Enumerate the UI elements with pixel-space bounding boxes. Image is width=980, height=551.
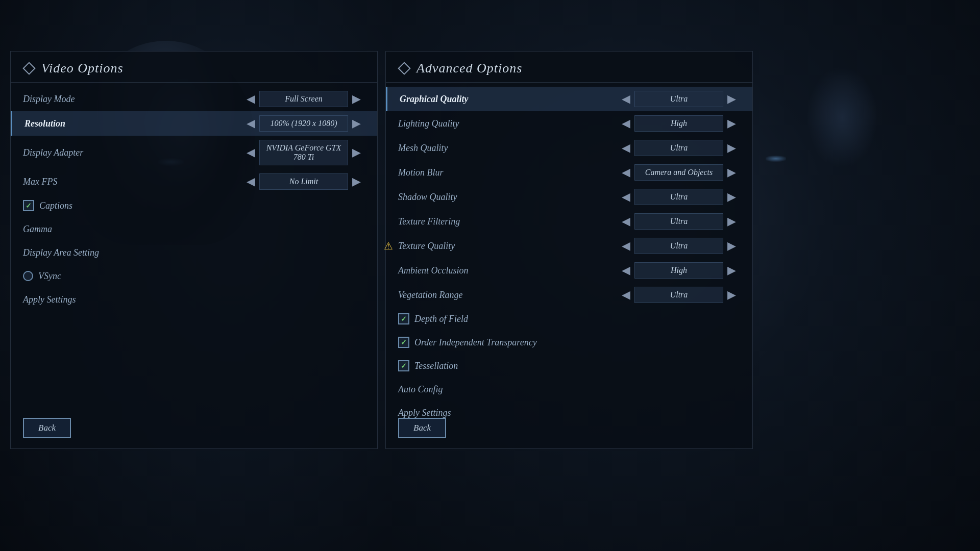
setting-row-display-adapter[interactable]: Display Adapter◀NVIDIA GeForce GTX 780 T… bbox=[11, 136, 377, 169]
setting-row-lighting-quality[interactable]: Lighting Quality◀High▶ bbox=[386, 111, 752, 136]
video-settings-list: Display Mode◀Full Screen▶Resolution◀100%… bbox=[11, 83, 377, 315]
setting-row-motion-blur[interactable]: Motion Blur◀Camera and Objects▶ bbox=[386, 160, 752, 185]
selector-value-shadow-quality: Ultra bbox=[634, 189, 723, 205]
setting-row-vegetation-range[interactable]: Vegetation Range◀Ultra▶ bbox=[386, 283, 752, 307]
setting-label-apply-right: Apply Settings bbox=[398, 408, 740, 418]
arrow-left-max-fps[interactable]: ◀ bbox=[242, 174, 259, 189]
setting-label-order-transparency: Order Independent Transparency bbox=[414, 337, 740, 348]
selector-max-fps: ◀No Limit▶ bbox=[242, 173, 365, 190]
video-options-header: Video Options bbox=[11, 52, 377, 83]
setting-label-tessellation: Tessellation bbox=[414, 361, 740, 371]
arrow-right-motion-blur[interactable]: ▶ bbox=[723, 165, 740, 180]
setting-row-vsync[interactable]: VSync bbox=[11, 264, 377, 288]
selector-value-display-mode: Full Screen bbox=[259, 91, 348, 107]
arrow-right-display-mode[interactable]: ▶ bbox=[348, 91, 365, 107]
setting-label-mesh-quality: Mesh Quality bbox=[398, 143, 618, 154]
setting-label-max-fps: Max FPS bbox=[23, 177, 242, 187]
setting-row-depth-of-field[interactable]: Depth of Field bbox=[386, 307, 752, 331]
back-button-right[interactable]: Back bbox=[398, 418, 446, 438]
arrow-right-max-fps[interactable]: ▶ bbox=[348, 174, 365, 189]
advanced-options-panel: Advanced Options Graphical Quality◀Ultra… bbox=[385, 51, 753, 449]
selector-display-mode: ◀Full Screen▶ bbox=[242, 91, 365, 107]
video-options-panel: Video Options Display Mode◀Full Screen▶R… bbox=[10, 51, 378, 449]
arrow-left-resolution[interactable]: ◀ bbox=[242, 116, 259, 131]
setting-row-order-transparency[interactable]: Order Independent Transparency bbox=[386, 331, 752, 354]
setting-label-display-mode: Display Mode bbox=[23, 94, 242, 105]
setting-label-texture-filtering: Texture Filtering bbox=[398, 216, 618, 227]
arrow-right-texture-filtering[interactable]: ▶ bbox=[723, 214, 740, 229]
setting-label-apply-left: Apply Settings bbox=[23, 294, 365, 305]
arrow-left-mesh-quality[interactable]: ◀ bbox=[618, 140, 634, 156]
checkbox-tessellation[interactable] bbox=[398, 360, 409, 371]
setting-label-lighting-quality: Lighting Quality bbox=[398, 118, 618, 129]
setting-row-display-mode[interactable]: Display Mode◀Full Screen▶ bbox=[11, 87, 377, 111]
arrow-left-motion-blur[interactable]: ◀ bbox=[618, 165, 634, 180]
setting-row-resolution[interactable]: Resolution◀100% (980 x 551)▶ bbox=[11, 111, 377, 136]
back-button-left[interactable]: Back bbox=[23, 418, 71, 438]
setting-label-ambient-occlusion: Ambient Occlusion bbox=[398, 265, 618, 276]
arrow-left-lighting-quality[interactable]: ◀ bbox=[618, 116, 634, 131]
selector-value-vegetation-range: Ultra bbox=[634, 287, 723, 303]
advanced-options-header: Advanced Options bbox=[386, 52, 752, 83]
arrow-right-shadow-quality[interactable]: ▶ bbox=[723, 189, 740, 205]
setting-row-tessellation[interactable]: Tessellation bbox=[386, 354, 752, 378]
arrow-left-display-adapter[interactable]: ◀ bbox=[242, 145, 259, 160]
setting-row-mesh-quality[interactable]: Mesh Quality◀Ultra▶ bbox=[386, 136, 752, 160]
setting-row-max-fps[interactable]: Max FPS◀No Limit▶ bbox=[11, 169, 377, 194]
arrow-right-ambient-occlusion[interactable]: ▶ bbox=[723, 263, 740, 278]
arrow-right-mesh-quality[interactable]: ▶ bbox=[723, 140, 740, 156]
checkbox-depth-of-field[interactable] bbox=[398, 313, 409, 324]
arrow-left-texture-quality[interactable]: ◀ bbox=[618, 238, 634, 254]
arrow-right-texture-quality[interactable]: ▶ bbox=[723, 238, 740, 254]
setting-label-vegetation-range: Vegetation Range bbox=[398, 290, 618, 300]
setting-label-auto-config: Auto Config bbox=[398, 384, 740, 395]
setting-row-captions[interactable]: Captions bbox=[11, 194, 377, 217]
selector-texture-filtering: ◀Ultra▶ bbox=[618, 213, 740, 230]
arrow-left-vegetation-range[interactable]: ◀ bbox=[618, 287, 634, 303]
selector-motion-blur: ◀Camera and Objects▶ bbox=[618, 164, 740, 181]
selector-mesh-quality: ◀Ultra▶ bbox=[618, 140, 740, 156]
setting-row-shadow-quality[interactable]: Shadow Quality◀Ultra▶ bbox=[386, 185, 752, 209]
arrow-right-lighting-quality[interactable]: ▶ bbox=[723, 116, 740, 131]
selector-value-mesh-quality: Ultra bbox=[634, 140, 723, 156]
selector-texture-quality: ◀Ultra▶ bbox=[618, 238, 740, 254]
setting-label-captions: Captions bbox=[39, 201, 365, 211]
radio-vsync[interactable] bbox=[23, 271, 33, 281]
setting-row-graphical-quality[interactable]: Graphical Quality◀Ultra▶ bbox=[386, 87, 752, 111]
selector-shadow-quality: ◀Ultra▶ bbox=[618, 189, 740, 205]
diamond-icon-right bbox=[398, 62, 410, 74]
selector-value-texture-quality: Ultra bbox=[634, 238, 723, 254]
selector-value-resolution: 100% (980 x 551) bbox=[259, 115, 348, 132]
setting-row-texture-quality[interactable]: Texture Quality◀Ultra▶ bbox=[386, 234, 752, 258]
diamond-icon-left bbox=[23, 62, 35, 74]
setting-row-display-area[interactable]: Display Area Setting bbox=[11, 241, 377, 264]
arrow-left-display-mode[interactable]: ◀ bbox=[242, 91, 259, 107]
advanced-settings-list: Graphical Quality◀Ultra▶Lighting Quality… bbox=[386, 83, 752, 429]
arrow-right-vegetation-range[interactable]: ▶ bbox=[723, 287, 740, 303]
setting-row-gamma[interactable]: Gamma bbox=[11, 217, 377, 241]
selector-value-texture-filtering: Ultra bbox=[634, 213, 723, 230]
checkbox-order-transparency[interactable] bbox=[398, 337, 409, 348]
arrow-left-shadow-quality[interactable]: ◀ bbox=[618, 189, 634, 205]
setting-row-auto-config[interactable]: Auto Config bbox=[386, 378, 752, 401]
arrow-right-graphical-quality[interactable]: ▶ bbox=[723, 91, 740, 107]
selector-ambient-occlusion: ◀High▶ bbox=[618, 262, 740, 279]
selector-display-adapter: ◀NVIDIA GeForce GTX 780 Ti▶ bbox=[242, 140, 365, 165]
arrow-left-graphical-quality[interactable]: ◀ bbox=[618, 91, 634, 107]
selector-value-max-fps: No Limit bbox=[259, 173, 348, 190]
setting-label-vsync: VSync bbox=[38, 271, 365, 282]
arrow-right-resolution[interactable]: ▶ bbox=[348, 116, 365, 131]
selector-value-motion-blur: Camera and Objects bbox=[634, 164, 723, 181]
setting-row-texture-filtering[interactable]: Texture Filtering◀Ultra▶ bbox=[386, 209, 752, 234]
setting-row-ambient-occlusion[interactable]: Ambient Occlusion◀High▶ bbox=[386, 258, 752, 283]
selector-vegetation-range: ◀Ultra▶ bbox=[618, 287, 740, 303]
warning-icon-texture-quality bbox=[381, 238, 396, 254]
setting-label-display-area: Display Area Setting bbox=[23, 247, 365, 258]
arrow-right-display-adapter[interactable]: ▶ bbox=[348, 145, 365, 160]
checkbox-captions[interactable] bbox=[23, 200, 34, 211]
arrow-left-texture-filtering[interactable]: ◀ bbox=[618, 214, 634, 229]
face-highlight-right bbox=[806, 66, 878, 168]
selector-graphical-quality: ◀Ultra▶ bbox=[618, 91, 740, 107]
setting-row-apply-left[interactable]: Apply Settings bbox=[11, 288, 377, 311]
arrow-left-ambient-occlusion[interactable]: ◀ bbox=[618, 263, 634, 278]
